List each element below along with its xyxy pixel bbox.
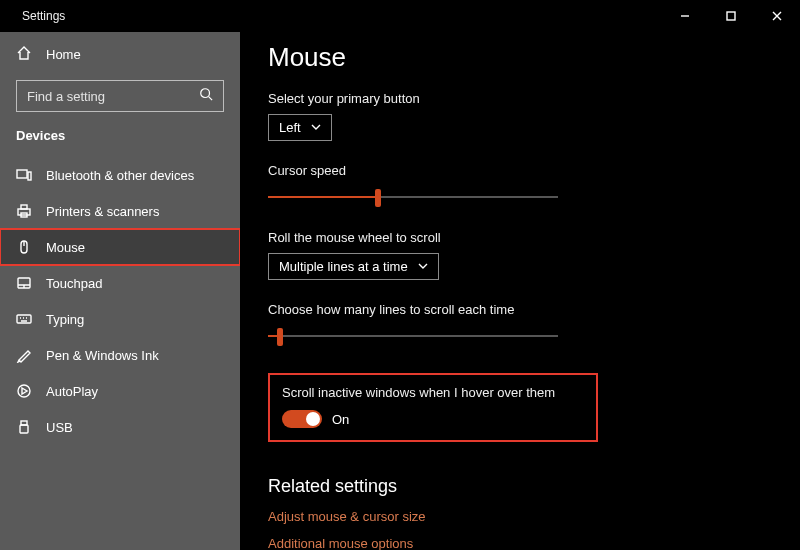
lines-slider[interactable] [268, 325, 558, 347]
sidebar-item-usb[interactable]: USB [0, 409, 240, 445]
related-settings-heading: Related settings [268, 476, 772, 497]
slider-thumb[interactable] [277, 328, 283, 346]
sidebar-item-bluetooth[interactable]: Bluetooth & other devices [0, 157, 240, 193]
svg-rect-12 [20, 425, 28, 433]
svg-rect-5 [21, 205, 27, 209]
link-additional-mouse-options[interactable]: Additional mouse options [268, 536, 772, 550]
primary-button-value: Left [279, 120, 301, 135]
sidebar-home-label: Home [46, 47, 81, 62]
sidebar-item-label: Mouse [46, 240, 85, 255]
svg-point-1 [201, 89, 210, 98]
sidebar-item-label: Bluetooth & other devices [46, 168, 194, 183]
printer-icon [16, 203, 32, 219]
cursor-speed-slider[interactable] [268, 186, 558, 208]
wheel-scroll-label: Roll the mouse wheel to scroll [268, 230, 772, 245]
primary-button-label: Select your primary button [268, 91, 772, 106]
usb-icon [16, 419, 32, 435]
slider-thumb[interactable] [375, 189, 381, 207]
devices-icon [16, 167, 32, 183]
sidebar-item-label: AutoPlay [46, 384, 98, 399]
hover-scroll-section: Scroll inactive windows when I hover ove… [268, 373, 598, 442]
window-titlebar: Settings [0, 0, 800, 32]
window-title: Settings [22, 9, 65, 23]
content-pane: Mouse Select your primary button Left Cu… [240, 32, 800, 550]
svg-rect-4 [18, 209, 30, 215]
sidebar-item-autoplay[interactable]: AutoPlay [0, 373, 240, 409]
wheel-scroll-value: Multiple lines at a time [279, 259, 408, 274]
link-adjust-mouse-size[interactable]: Adjust mouse & cursor size [268, 509, 772, 524]
sidebar-item-pen[interactable]: Pen & Windows Ink [0, 337, 240, 373]
maximize-button[interactable] [708, 0, 754, 32]
sidebar-item-label: Typing [46, 312, 84, 327]
sidebar-item-label: Printers & scanners [46, 204, 159, 219]
svg-rect-0 [727, 12, 735, 20]
hover-label: Scroll inactive windows when I hover ove… [282, 385, 584, 400]
cursor-speed-label: Cursor speed [268, 163, 772, 178]
sidebar-home[interactable]: Home [0, 36, 240, 72]
sidebar: Home Devices Bluetooth & other devices P… [0, 32, 240, 550]
autoplay-icon [16, 383, 32, 399]
lines-label: Choose how many lines to scroll each tim… [268, 302, 772, 317]
touchpad-icon [16, 275, 32, 291]
page-title: Mouse [268, 42, 772, 73]
sidebar-item-label: USB [46, 420, 73, 435]
hover-toggle[interactable] [282, 410, 322, 428]
sidebar-item-label: Pen & Windows Ink [46, 348, 159, 363]
search-icon [199, 87, 213, 105]
close-button[interactable] [754, 0, 800, 32]
sidebar-item-label: Touchpad [46, 276, 102, 291]
hover-state: On [332, 412, 349, 427]
mouse-icon [16, 239, 32, 255]
svg-rect-9 [17, 315, 31, 323]
wheel-scroll-dropdown[interactable]: Multiple lines at a time [268, 253, 439, 280]
search-field[interactable] [27, 89, 199, 104]
home-icon [16, 45, 32, 64]
sidebar-item-typing[interactable]: Typing [0, 301, 240, 337]
toggle-knob [306, 412, 320, 426]
sidebar-section-label: Devices [0, 122, 240, 157]
keyboard-icon [16, 311, 32, 327]
sidebar-item-printers[interactable]: Printers & scanners [0, 193, 240, 229]
primary-button-dropdown[interactable]: Left [268, 114, 332, 141]
search-input[interactable] [16, 80, 224, 112]
slider-fill [268, 196, 378, 198]
sidebar-item-mouse[interactable]: Mouse [0, 229, 240, 265]
svg-rect-3 [28, 172, 31, 180]
slider-track [268, 335, 558, 337]
chevron-down-icon [418, 259, 428, 274]
minimize-button[interactable] [662, 0, 708, 32]
sidebar-item-touchpad[interactable]: Touchpad [0, 265, 240, 301]
pen-icon [16, 347, 32, 363]
chevron-down-icon [311, 120, 321, 135]
svg-rect-2 [17, 170, 27, 178]
